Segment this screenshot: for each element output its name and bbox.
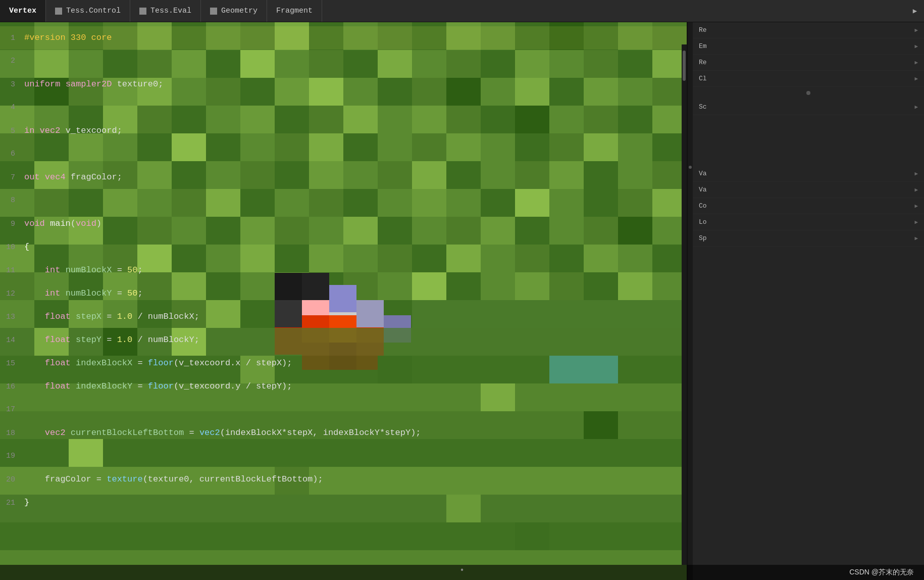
right-panel: Re ▶ Em ▶ Re ▶ Cl ▶ Sc ▶ — [687, 22, 924, 580]
code-line-15: 15 float indexBlockX = floor(v_texcoord.… — [0, 352, 687, 375]
rp-item-em-arrow: ▶ — [914, 43, 918, 50]
tab-scroll-right-icon[interactable]: ▶ — [910, 7, 920, 15]
rp-item-lo-arrow: ▶ — [914, 219, 918, 225]
tab-fragment-label: Fragment — [276, 7, 313, 15]
tab-fragment[interactable]: Fragment — [267, 0, 322, 22]
code-line-16: 16 float indexBlockY = floor(v_texcoord.… — [0, 375, 687, 398]
rp-item-va1[interactable]: Va ▶ — [693, 166, 924, 182]
code-line-4: 4 — [0, 96, 687, 119]
code-line-10: 10 { — [0, 235, 687, 259]
tab-geometry-label: Geometry — [221, 7, 258, 15]
rp-item-co-label: Co — [699, 202, 707, 210]
rp-item-lo[interactable]: Lo ▶ — [693, 214, 924, 230]
rp-item-co-arrow: ▶ — [914, 203, 918, 209]
rp-item-sc-label: Sc — [699, 103, 707, 111]
rp-item-cl[interactable]: Cl ▶ — [693, 71, 924, 87]
code-line-11: 11 int numBlockX = 50; — [0, 259, 687, 282]
tab-geometry-icon — [210, 8, 217, 15]
main-area: 1 #version 330 core 2 3 uniform sampler2… — [0, 22, 924, 580]
right-panel-scrollbar[interactable] — [688, 22, 693, 580]
rp-item-sp-label: Sp — [699, 234, 707, 242]
rp-item-re2-arrow: ▶ — [914, 59, 918, 66]
rp-item-va2[interactable]: Va ▶ — [693, 182, 924, 198]
rp-item-va2-arrow: ▶ — [914, 186, 918, 193]
bottom-center-dot: • — [459, 566, 465, 575]
code-panel: 1 #version 330 core 2 3 uniform sampler2… — [0, 22, 687, 580]
rp-item-sp[interactable]: Sp ▶ — [693, 230, 924, 247]
rp-item-re1-arrow: ▶ — [914, 27, 918, 33]
scrollbar-dot — [689, 166, 692, 169]
rp-item-cl-arrow: ▶ — [914, 75, 918, 82]
tab-tess-eval-icon — [139, 8, 146, 15]
code-editor: 1 #version 330 core 2 3 uniform sampler2… — [0, 22, 687, 580]
code-line-3: 3 uniform sampler2D texture0; — [0, 73, 687, 96]
rp-item-sp-arrow: ▶ — [914, 235, 918, 241]
code-line-20: 20 fragColor = texture(texture0, current… — [0, 468, 687, 491]
tab-tess-eval[interactable]: Tess.Eval — [130, 0, 201, 22]
tab-vertex-label: Vertex — [9, 7, 36, 15]
tab-geometry[interactable]: Geometry — [201, 0, 267, 22]
code-line-21: 21 } — [0, 491, 687, 514]
code-line-1: 1 #version 330 core — [0, 26, 687, 50]
rp-item-re2-label: Re — [699, 59, 707, 66]
rp-item-va2-label: Va — [699, 186, 707, 194]
code-line-8: 8 — [0, 189, 687, 212]
code-line-5: 5 in vec2 v_texcoord; — [0, 119, 687, 142]
scroll-indicator-dot — [806, 91, 810, 95]
rp-item-lo-label: Lo — [699, 218, 707, 226]
rp-item-re1[interactable]: Re ▶ — [693, 22, 924, 38]
code-line-18: 18 vec2 currentBlockLeftBottom = vec2(in… — [0, 421, 687, 445]
code-scrollbar[interactable] — [682, 44, 687, 565]
right-panel-items: Re ▶ Em ▶ Re ▶ Cl ▶ Sc ▶ — [688, 22, 924, 247]
rp-item-re2[interactable]: Re ▶ — [693, 55, 924, 71]
line-content-1: #version 330 core — [20, 26, 687, 50]
code-line-19: 19 — [0, 445, 687, 468]
rp-item-sc-arrow: ▶ — [914, 104, 918, 110]
rp-item-va1-arrow: ▶ — [914, 170, 918, 177]
tab-tess-control-icon — [55, 8, 62, 15]
rp-item-sc[interactable]: Sc ▶ — [693, 99, 924, 115]
code-line-6: 6 — [0, 142, 687, 166]
tab-vertex[interactable]: Vertex — [0, 0, 46, 22]
code-line-12: 12 int numBlockY = 50; — [0, 282, 687, 305]
watermark-text: CSDN @芥末的无奈 — [849, 568, 914, 577]
tab-tess-control-label: Tess.Control — [66, 7, 121, 15]
code-line-2: 2 — [0, 50, 687, 73]
tab-bar: Vertex Tess.Control Tess.Eval Geometry F… — [0, 0, 924, 22]
rp-item-re1-label: Re — [699, 26, 707, 34]
rp-item-va1-label: Va — [699, 170, 707, 177]
scroll-thumb-code[interactable] — [683, 51, 686, 81]
code-line-13: 13 float stepX = 1.0 / numBlockX; — [0, 305, 687, 328]
line-number-1: 1 — [0, 27, 20, 50]
tab-tess-control[interactable]: Tess.Control — [46, 0, 130, 22]
rp-item-co[interactable]: Co ▶ — [693, 198, 924, 214]
code-line-7: 7 out vec4 fragColor; — [0, 166, 687, 189]
code-line-14: 14 float stepY = 1.0 / numBlockY; — [0, 328, 687, 352]
tab-tess-eval-label: Tess.Eval — [150, 7, 191, 15]
code-line-17: 17 — [0, 398, 687, 421]
code-line-9: 9 void main(void) — [0, 212, 687, 235]
rp-spacer — [693, 115, 924, 166]
rp-item-em-label: Em — [699, 42, 707, 50]
rp-item-cl-label: Cl — [699, 75, 707, 82]
rp-item-em[interactable]: Em ▶ — [693, 38, 924, 55]
